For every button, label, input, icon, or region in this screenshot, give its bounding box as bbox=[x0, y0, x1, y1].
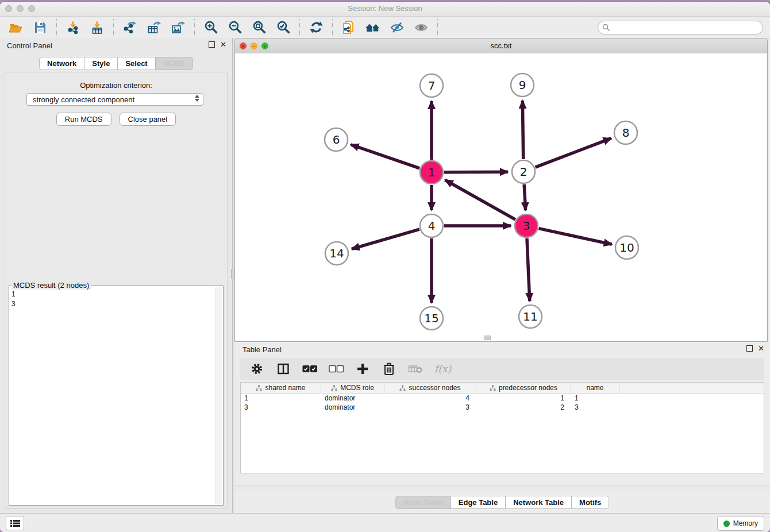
table-cell[interactable]: dominator bbox=[321, 394, 384, 403]
delete-table-button[interactable] bbox=[408, 361, 423, 376]
import-network-icon bbox=[66, 21, 80, 34]
table-panel: Table Panel ✕ f(x) shared nameMCDS roles… bbox=[234, 342, 770, 514]
node-label-14: 14 bbox=[329, 246, 344, 260]
title-bar: Session: New Session bbox=[0, 2, 770, 17]
close-panel-button[interactable]: Close panel bbox=[120, 113, 176, 126]
column-header-predecessor-nodes[interactable]: predecessor nodes bbox=[476, 383, 571, 393]
result-scrollbar[interactable] bbox=[215, 287, 222, 504]
edge-3-1[interactable] bbox=[445, 180, 515, 219]
refresh-button[interactable] bbox=[307, 19, 325, 36]
zoom-fit-icon bbox=[252, 20, 267, 34]
table-cell[interactable]: 3 bbox=[384, 403, 476, 412]
table-cell[interactable]: 1 bbox=[476, 394, 571, 403]
zoom-fit-button[interactable] bbox=[250, 19, 268, 36]
close-table-panel-icon[interactable]: ✕ bbox=[758, 345, 764, 352]
tab-select[interactable]: Select bbox=[118, 57, 155, 70]
table-tab-motifs[interactable]: Motifs bbox=[572, 496, 609, 509]
status-bar: Memory bbox=[0, 513, 770, 532]
table-cell[interactable]: 1 bbox=[571, 394, 619, 403]
zoom-out-button[interactable] bbox=[226, 19, 244, 36]
import-network-button[interactable] bbox=[64, 19, 82, 36]
tab-mcds[interactable]: MCDS bbox=[156, 57, 193, 70]
control-panel-tabs: NetworkStyleSelectMCDS bbox=[0, 57, 232, 70]
table-cell[interactable]: 3 bbox=[241, 403, 321, 412]
close-panel-icon[interactable]: ✕ bbox=[220, 41, 226, 48]
show-column-button[interactable] bbox=[276, 361, 291, 376]
export-table-button[interactable] bbox=[145, 19, 163, 36]
column-header-shared-name[interactable]: shared name bbox=[241, 383, 321, 393]
list-icon bbox=[10, 519, 20, 527]
table-cell[interactable]: 1 bbox=[241, 394, 321, 403]
node-label-6: 6 bbox=[333, 133, 340, 147]
table-tabs: Node TableEdge TableNetwork TableMotifs bbox=[234, 496, 770, 509]
edge-2-8[interactable] bbox=[536, 138, 611, 168]
export-network-button[interactable] bbox=[121, 19, 139, 36]
memory-label: Memory bbox=[733, 519, 758, 527]
create-column-button[interactable] bbox=[355, 361, 370, 376]
plus-icon bbox=[357, 363, 368, 375]
edge-2-9[interactable] bbox=[522, 101, 523, 159]
table-row[interactable]: 1dominator411 bbox=[241, 394, 764, 403]
hide-selected-button[interactable] bbox=[388, 19, 406, 36]
table-tab-node-table[interactable]: Node Table bbox=[395, 496, 451, 509]
tab-network[interactable]: Network bbox=[39, 57, 84, 70]
open-session-button[interactable] bbox=[7, 19, 25, 36]
zoom-in-icon bbox=[204, 20, 218, 34]
task-history-button[interactable] bbox=[6, 516, 24, 530]
table-options-button[interactable] bbox=[249, 361, 264, 376]
table-tab-network-table[interactable]: Network Table bbox=[506, 496, 572, 509]
zoom-in-button[interactable] bbox=[202, 19, 220, 36]
clone-network-button[interactable] bbox=[340, 19, 358, 36]
canvas-scrollbar-thumb[interactable] bbox=[484, 336, 491, 340]
node-label-3: 3 bbox=[523, 219, 530, 233]
edge-3-11[interactable] bbox=[527, 238, 530, 301]
network-canvas[interactable]: 7968124314101511 bbox=[235, 53, 767, 341]
table-cell[interactable]: 4 bbox=[384, 394, 476, 403]
edge-4-14[interactable] bbox=[352, 229, 419, 249]
table-tab-edge-table[interactable]: Edge Table bbox=[451, 496, 506, 509]
select-all-button[interactable] bbox=[302, 361, 317, 376]
column-header-MCDS-role[interactable]: MCDS role bbox=[321, 383, 384, 393]
open-folder-icon bbox=[9, 21, 24, 34]
function-builder-button[interactable]: f(x) bbox=[434, 363, 451, 375]
save-session-button[interactable] bbox=[31, 19, 49, 36]
deselect-all-button[interactable] bbox=[329, 361, 344, 376]
edge-2-3[interactable] bbox=[524, 184, 525, 210]
search-input[interactable] bbox=[598, 21, 763, 34]
dropdown-stepper-icon bbox=[195, 95, 199, 102]
zoom-selected-button[interactable] bbox=[274, 19, 292, 36]
edge-1-2[interactable] bbox=[444, 172, 508, 172]
home-icon bbox=[364, 21, 382, 34]
table-cell[interactable]: 3 bbox=[571, 403, 619, 412]
float-table-panel-icon[interactable] bbox=[746, 345, 753, 352]
memory-button[interactable]: Memory bbox=[717, 516, 764, 531]
node-label-11: 11 bbox=[523, 310, 537, 323]
import-table-button[interactable] bbox=[88, 19, 106, 36]
table-cell[interactable]: dominator bbox=[321, 403, 384, 412]
column-header-name[interactable]: name bbox=[571, 383, 619, 393]
control-panel: Control Panel ✕ NetworkStyleSelectMCDS O… bbox=[0, 38, 232, 514]
table-row[interactable]: 3dominator323 bbox=[241, 403, 764, 412]
select-all-icon bbox=[302, 365, 317, 373]
table-cell[interactable]: 2 bbox=[476, 403, 571, 412]
trash-icon bbox=[383, 363, 395, 375]
criterion-dropdown[interactable]: strongly connected component bbox=[26, 93, 203, 106]
network-window-titlebar[interactable]: ✕ − ＋ scc.txt bbox=[235, 38, 767, 54]
edge-1-6[interactable] bbox=[351, 145, 420, 168]
delete-column-button[interactable] bbox=[382, 361, 396, 376]
column-type-icon bbox=[256, 385, 262, 391]
float-panel-icon[interactable] bbox=[209, 41, 215, 48]
column-header-successor-nodes[interactable]: successor nodes bbox=[384, 383, 476, 393]
export-image-button[interactable] bbox=[169, 19, 187, 36]
node-label-2: 2 bbox=[520, 165, 528, 179]
mcds-result-text[interactable]: 1 3 bbox=[11, 290, 215, 503]
edge-3-10[interactable] bbox=[538, 229, 611, 245]
run-mcds-button[interactable]: Run MCDS bbox=[56, 113, 111, 126]
first-neighbors-button[interactable] bbox=[364, 19, 382, 36]
tab-style[interactable]: Style bbox=[84, 57, 118, 70]
main-toolbar bbox=[0, 17, 770, 38]
mcds-result-title: MCDS result (2 nodes) bbox=[11, 281, 91, 290]
show-all-button[interactable] bbox=[412, 19, 430, 36]
table-header-row: shared nameMCDS rolesuccessor nodesprede… bbox=[241, 383, 764, 394]
memory-status-icon bbox=[723, 521, 730, 527]
